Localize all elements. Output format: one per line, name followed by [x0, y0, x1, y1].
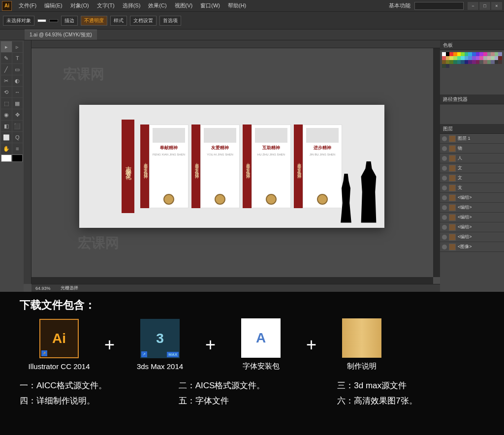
swatch[interactable]: [476, 60, 480, 64]
swatch[interactable]: [468, 52, 472, 56]
pathfinder-panel-title[interactable]: 路径查找器: [440, 94, 504, 104]
menu-help[interactable]: 帮助(H): [224, 2, 250, 9]
swatch[interactable]: [465, 60, 469, 64]
swatch[interactable]: [457, 60, 461, 64]
swatch[interactable]: [449, 56, 453, 60]
zoom-level[interactable]: 64.93%: [35, 286, 51, 291]
swatch[interactable]: [457, 52, 461, 56]
pathfinder-panel[interactable]: [440, 104, 504, 124]
canvas-area[interactable]: 宏课网 宏课网 宏课网 志愿者文化 志愿者文化精神 奉献精神 FENG XIAN…: [24, 40, 440, 292]
swatch[interactable]: [442, 52, 446, 56]
swatch[interactable]: [498, 60, 502, 64]
tool-button[interactable]: ✎: [1, 53, 12, 63]
stroke-label[interactable]: 描边: [61, 16, 78, 26]
menu-file[interactable]: 文件(F): [15, 2, 40, 9]
tool-button[interactable]: ▭: [12, 64, 23, 75]
swatch[interactable]: [461, 56, 465, 60]
swatch[interactable]: [461, 60, 465, 64]
tool-button[interactable]: Q: [12, 132, 23, 143]
ruler-horizontal[interactable]: [32, 40, 440, 48]
swatch[interactable]: [446, 52, 450, 56]
scrollbar-vertical[interactable]: [433, 48, 440, 277]
swatch[interactable]: [479, 56, 483, 60]
visibility-icon[interactable]: [442, 205, 447, 210]
visibility-icon[interactable]: [442, 235, 447, 240]
swatch[interactable]: [476, 52, 480, 56]
swatch[interactable]: [479, 60, 483, 64]
menu-edit[interactable]: 编辑(E): [40, 2, 66, 9]
visibility-icon[interactable]: [442, 146, 447, 151]
layer-row[interactable]: <编组>: [440, 193, 504, 203]
swatch[interactable]: [495, 52, 499, 56]
swatch[interactable]: [479, 52, 483, 56]
layers-panel-title[interactable]: 图层: [440, 124, 504, 134]
swatch[interactable]: [483, 56, 487, 60]
swatch[interactable]: [453, 52, 457, 56]
layers-panel[interactable]: 图层 1物人文文支<编组><编组><编组><编组><编组><图像>: [440, 134, 504, 292]
swatch[interactable]: [498, 52, 502, 56]
swatch[interactable]: [495, 56, 499, 60]
swatch[interactable]: [442, 60, 446, 64]
layer-row[interactable]: <编组>: [440, 213, 504, 222]
minimize-button[interactable]: −: [468, 2, 478, 10]
document-tab[interactable]: 1.ai @ 64.93% (CMYK/预览): [25, 30, 97, 40]
ruler-vertical[interactable]: [24, 40, 32, 284]
layer-row[interactable]: <编组>: [440, 232, 504, 242]
swatch[interactable]: [472, 60, 476, 64]
swatch[interactable]: [491, 52, 495, 56]
visibility-icon[interactable]: [442, 245, 447, 249]
artboard[interactable]: 志愿者文化 志愿者文化精神 奉献精神 FENG XIAN JING SHEN 志…: [79, 105, 384, 228]
swatch[interactable]: [442, 64, 446, 68]
swatch[interactable]: [472, 56, 476, 60]
visibility-icon[interactable]: [442, 186, 447, 190]
layer-row[interactable]: <编组>: [440, 203, 504, 213]
layer-row[interactable]: 文: [440, 163, 504, 173]
search-field[interactable]: [414, 2, 464, 10]
swatch[interactable]: [472, 52, 476, 56]
tool-button[interactable]: ⬜: [1, 132, 12, 143]
tool-button[interactable]: T: [12, 53, 23, 63]
swatch[interactable]: [476, 56, 480, 60]
swatch[interactable]: [465, 52, 469, 56]
swatch[interactable]: [487, 56, 491, 60]
menu-effect[interactable]: 效果(C): [144, 2, 170, 9]
stroke-swatch[interactable]: [49, 19, 58, 22]
fill-swatch[interactable]: [37, 19, 46, 22]
tool-button[interactable]: ◐: [12, 75, 23, 86]
layer-row[interactable]: 物: [440, 144, 504, 154]
tool-button[interactable]: ▹: [12, 41, 23, 52]
layer-row[interactable]: 人: [440, 154, 504, 163]
tool-button[interactable]: ↔: [12, 87, 23, 97]
tool-button[interactable]: ⬛: [12, 121, 23, 131]
swatch[interactable]: [449, 60, 453, 64]
menu-window[interactable]: 窗口(W): [196, 2, 224, 9]
visibility-icon[interactable]: [442, 136, 447, 141]
menu-view[interactable]: 视图(V): [171, 2, 197, 9]
tool-button[interactable]: ≡: [12, 143, 23, 154]
tool-button[interactable]: ⟲: [1, 87, 12, 97]
fill-stroke-swatches[interactable]: [1, 155, 23, 169]
maximize-button[interactable]: □: [479, 2, 490, 10]
tool-button[interactable]: ◉: [1, 109, 12, 120]
swatch[interactable]: [495, 60, 499, 64]
style-label[interactable]: 样式: [110, 16, 127, 26]
swatch[interactable]: [468, 56, 472, 60]
tool-button[interactable]: ◧: [1, 121, 12, 131]
visibility-icon[interactable]: [442, 215, 447, 220]
swatch[interactable]: [468, 60, 472, 64]
swatch[interactable]: [483, 52, 487, 56]
swatch[interactable]: [446, 60, 450, 64]
swatch[interactable]: [442, 56, 446, 60]
menu-type[interactable]: 文字(T): [93, 2, 119, 9]
swatch[interactable]: [487, 52, 491, 56]
opacity-label[interactable]: 不透明度: [81, 16, 107, 26]
scrollbar-horizontal[interactable]: [32, 277, 433, 284]
swatch[interactable]: [446, 64, 450, 68]
tool-button[interactable]: ✋: [1, 143, 12, 154]
swatches-panel[interactable]: [440, 50, 504, 94]
swatch[interactable]: [461, 52, 465, 56]
layer-row[interactable]: 图层 1: [440, 134, 504, 144]
visibility-icon[interactable]: [442, 225, 447, 230]
menu-object[interactable]: 对象(O): [66, 2, 93, 9]
layer-row[interactable]: 支: [440, 183, 504, 193]
